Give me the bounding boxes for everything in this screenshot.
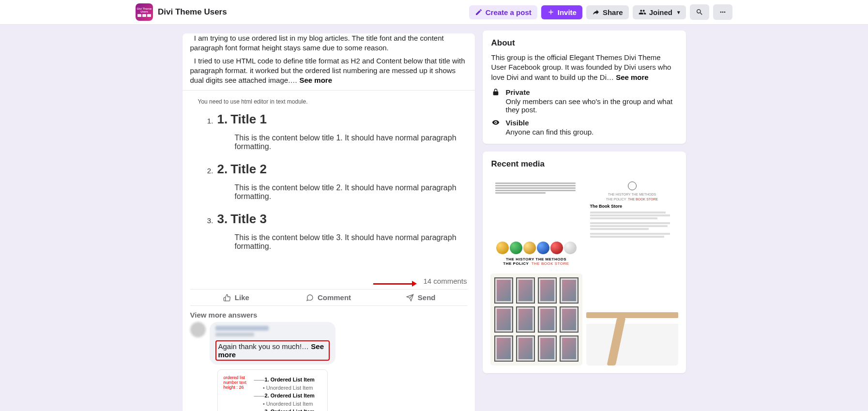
demo-body: This is the content below title 2. It sh… [235, 183, 461, 201]
commenter-name-blurred[interactable] [215, 326, 269, 331]
list-item: Title 2 This is the content below title … [215, 162, 461, 201]
demo-body: This is the content below title 3. It sh… [235, 233, 461, 251]
post-p1-text: I am trying to use ordered list in my bl… [190, 34, 444, 52]
about-card: About This group is the official Elegant… [483, 30, 686, 144]
post-card: I am trying to use ordered list in my bl… [183, 33, 475, 411]
comment-attached-image[interactable]: ordered list number text height : 26 ――1… [217, 369, 328, 411]
commenter-avatar[interactable] [190, 322, 206, 337]
create-post-button[interactable]: Create a post [469, 5, 537, 19]
create-post-label: Create a post [486, 8, 532, 16]
privacy-row: Private Only members can see who's in th… [491, 88, 677, 114]
media-grid: THE HISTORY THE METHODS THE POLICY THE B… [483, 178, 686, 373]
main-column: I am trying to use ordered list in my bl… [183, 30, 475, 411]
visibility-row: Visible Anyone can find this group. [491, 119, 677, 136]
like-button[interactable]: Like [190, 289, 283, 305]
top-bar-left: Divi Theme Users Divi Theme Users [136, 3, 227, 21]
content: I am trying to use ordered list in my bl… [183, 25, 686, 411]
comment-text: Again thank you so much!… [218, 342, 309, 350]
search-icon [696, 8, 703, 16]
plus-icon [547, 8, 555, 16]
list-item: Title 3 This is the content below title … [215, 212, 461, 251]
send-button[interactable]: Send [375, 289, 467, 305]
post-body: I am trying to use ordered list in my bl… [183, 33, 475, 90]
comment-icon [306, 294, 314, 302]
media-thumbnail[interactable] [490, 274, 582, 365]
embed-hint: You need to use html editor in text modu… [198, 98, 461, 105]
about-description: This group is the official Elegant Theme… [491, 53, 677, 82]
annotation-highlight: Again thank you so much!… See more [215, 340, 330, 361]
privacy-title: Private [506, 88, 677, 96]
comment-label: Comment [318, 293, 351, 302]
ordered-list-demo: Title 1 This is the content below title … [196, 112, 461, 251]
lock-icon [491, 88, 500, 97]
visibility-desc: Anyone can find this group. [506, 128, 594, 136]
post-paragraph: I am trying to use ordered list in my bl… [190, 33, 467, 53]
annotation-arrow [373, 279, 417, 287]
see-more-link[interactable]: See more [299, 76, 332, 84]
visibility-title: Visible [506, 119, 594, 127]
side-column: About This group is the official Elegant… [483, 30, 686, 381]
about-title: About [491, 38, 677, 48]
send-icon [406, 294, 414, 302]
eye-icon [491, 119, 500, 128]
group-icon [639, 8, 646, 16]
commenter-handle-blurred [215, 333, 254, 336]
media-thumbnail[interactable]: THE HISTORY THE METHODS THE POLICY THE B… [490, 178, 582, 270]
like-label: Like [235, 293, 249, 302]
post-paragraph: I tried to use HTML code to define title… [190, 56, 467, 86]
comments-count-link[interactable]: 14 comments [423, 277, 467, 285]
group-title[interactable]: Divi Theme Users [158, 7, 227, 17]
group-avatar[interactable]: Divi Theme Users [136, 3, 153, 21]
about-see-more[interactable]: See more [616, 73, 649, 81]
nested-tree: ――1. Ordered List Item • Unordered List … [254, 376, 315, 411]
recent-media-card: Recent media THE HISTORY THE METHODS THE… [483, 152, 686, 373]
post-attached-image[interactable]: You need to use html editor in text modu… [183, 90, 475, 273]
top-bar-actions: Create a post Invite Share Joined [469, 4, 732, 20]
media-thumbnail[interactable] [586, 274, 678, 365]
share-button[interactable]: Share [586, 5, 629, 19]
demo-title: Title 1 [217, 112, 267, 127]
search-button[interactable] [690, 4, 709, 20]
ellipsis-icon [719, 8, 727, 16]
joined-label: Joined [649, 8, 672, 16]
media-thumbnail[interactable]: THE HISTORY THE METHODS THE POLICY THE B… [586, 178, 678, 270]
invite-button[interactable]: Invite [541, 5, 582, 19]
view-more-answers-link[interactable]: View more answers [183, 306, 475, 322]
send-label: Send [418, 293, 436, 302]
recent-media-title: Recent media [491, 159, 677, 169]
share-icon [592, 8, 600, 16]
demo-body: This is the content below title 1. It sh… [235, 134, 461, 151]
more-button[interactable] [713, 4, 732, 20]
list-item: Title 1 This is the content below title … [215, 112, 461, 151]
comments-count-row: 14 comments [183, 273, 475, 287]
comment-button[interactable]: Comment [282, 289, 375, 305]
comment-bubble: Again thank you so much!… See more [210, 322, 335, 365]
top-bar: Divi Theme Users Divi Theme Users Create… [0, 0, 868, 25]
demo-title: Title 2 [217, 162, 267, 177]
comment-row: Again thank you so much!… See more order… [183, 322, 475, 411]
share-label: Share [603, 8, 623, 16]
post-actions: Like Comment Send [190, 289, 467, 305]
invite-label: Invite [558, 8, 577, 16]
compose-icon [475, 8, 483, 16]
joined-button[interactable]: Joined [633, 5, 686, 19]
privacy-desc: Only members can see who's in the group … [506, 97, 677, 114]
annotation-label: ordered list number text height : 26 [224, 376, 253, 390]
like-icon [223, 294, 231, 302]
demo-title: Title 3 [217, 212, 267, 227]
